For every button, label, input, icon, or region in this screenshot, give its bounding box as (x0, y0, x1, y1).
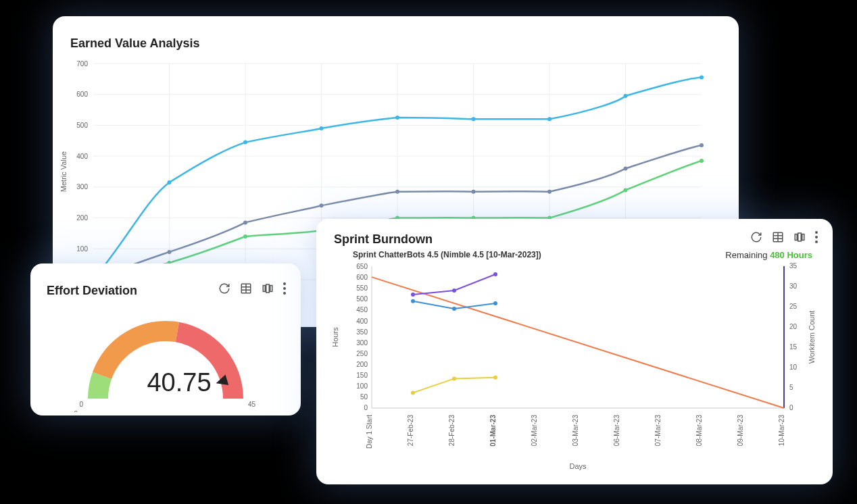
svg-text:550: 550 (356, 284, 368, 292)
svg-point-26 (320, 126, 324, 130)
svg-text:400: 400 (356, 318, 368, 325)
svg-point-93 (452, 376, 456, 380)
svg-text:700: 700 (76, 60, 88, 68)
effort-deviation-value: 40.75 (139, 368, 220, 397)
svg-text:400: 400 (76, 153, 88, 160)
svg-text:35: 35 (789, 262, 798, 270)
more-icon[interactable] (815, 231, 818, 243)
ev-y-label: Metric Value (59, 151, 68, 192)
sb-x-label: Days (569, 462, 587, 470)
sprint-burndown-title: Sprint Burndown (334, 232, 433, 247)
earned-value-title: Earned Value Analysis (70, 36, 199, 51)
svg-text:500: 500 (76, 122, 88, 129)
svg-point-27 (395, 116, 399, 120)
svg-point-31 (700, 76, 704, 80)
sprint-burndown-subtitle: Sprint ChatterBots 4.5 (Nimble 4.5 [10-M… (353, 250, 541, 259)
svg-point-96 (452, 288, 456, 293)
svg-rect-61 (795, 234, 797, 241)
svg-point-43 (243, 234, 247, 238)
sprint-burndown-card: Sprint Burndown Sprint ChatterBots 4.5 (… (316, 219, 833, 484)
layout-icon[interactable] (793, 231, 806, 243)
svg-text:300: 300 (356, 339, 368, 347)
svg-point-38 (547, 190, 552, 194)
effort-deviation-toolbar (218, 282, 286, 295)
svg-point-91 (493, 301, 497, 305)
svg-point-97 (493, 272, 497, 276)
svg-text:600: 600 (356, 274, 368, 281)
effort-deviation-card: Effort Deviation 0 2 45 40.75 (30, 263, 301, 415)
table-icon[interactable] (240, 282, 252, 295)
more-icon[interactable] (283, 282, 286, 295)
sb-y2-label: Workitem Count (808, 311, 816, 364)
svg-text:5: 5 (789, 384, 793, 391)
svg-point-94 (493, 376, 497, 380)
svg-point-90 (452, 307, 456, 311)
svg-rect-62 (798, 233, 802, 241)
svg-point-37 (472, 190, 476, 194)
svg-point-30 (624, 94, 628, 98)
sb-x-tick: 03-Mar-23 (572, 415, 579, 447)
svg-text:200: 200 (356, 361, 368, 368)
svg-text:15: 15 (789, 343, 798, 351)
gauge-scale-under: 2 (74, 410, 78, 412)
refresh-icon[interactable] (218, 282, 230, 295)
svg-point-29 (547, 117, 552, 121)
svg-text:600: 600 (76, 91, 88, 98)
sb-x-tick: Day 1 Start (366, 415, 373, 449)
svg-point-89 (411, 299, 415, 303)
sb-x-tick: 09-Mar-23 (737, 415, 744, 447)
svg-text:650: 650 (356, 263, 368, 270)
svg-rect-55 (266, 284, 270, 293)
svg-point-36 (395, 190, 399, 194)
svg-point-95 (411, 293, 415, 297)
sb-series-ideal (372, 277, 784, 408)
svg-text:500: 500 (356, 295, 368, 303)
svg-rect-56 (270, 286, 272, 292)
gauge-min: 0 (79, 401, 83, 408)
svg-text:0: 0 (364, 404, 368, 411)
svg-point-33 (168, 250, 172, 254)
sprint-burndown-chart: 0 50 100 150 200 250 300 350 400 450 500… (316, 261, 833, 484)
svg-rect-63 (802, 234, 804, 241)
svg-text:200: 200 (76, 214, 88, 222)
sb-x-tick: 28-Feb-23 (448, 415, 456, 447)
effort-deviation-title: Effort Deviation (47, 284, 137, 298)
sb-x-tick: 10-Mar-23 (778, 415, 785, 447)
sb-x-tick: 08-Mar-23 (695, 415, 703, 447)
svg-point-24 (168, 180, 172, 184)
svg-text:25: 25 (789, 303, 798, 310)
svg-point-28 (472, 117, 476, 121)
svg-text:150: 150 (356, 372, 368, 379)
sb-x-tick: 07-Mar-23 (654, 415, 662, 447)
svg-point-40 (700, 143, 704, 147)
sprint-burndown-remaining: Remaining 480 Hours (725, 250, 812, 260)
gauge-max: 45 (248, 401, 256, 408)
sb-y-label: Hours (331, 327, 339, 347)
sb-y-axis: 0 50 100 150 200 250 300 350 400 450 500… (356, 263, 368, 411)
remaining-hours: 480 Hours (770, 250, 812, 260)
sb-y2-axis: 0 5 10 15 20 25 30 35 (789, 262, 798, 411)
svg-text:100: 100 (356, 382, 368, 390)
sb-x-tick: 06-Mar-23 (613, 415, 620, 447)
svg-point-48 (624, 188, 628, 192)
svg-point-92 (411, 390, 415, 395)
sb-x-tick: 27-Feb-23 (407, 415, 414, 447)
svg-text:450: 450 (356, 306, 368, 313)
table-icon[interactable] (772, 231, 784, 243)
svg-text:100: 100 (76, 245, 88, 253)
svg-point-35 (320, 203, 324, 207)
remaining-label: Remaining (725, 250, 770, 260)
svg-point-49 (700, 159, 704, 163)
svg-text:0: 0 (789, 404, 793, 411)
svg-text:300: 300 (76, 183, 88, 191)
svg-text:30: 30 (789, 282, 798, 290)
svg-text:10: 10 (789, 363, 798, 371)
layout-icon[interactable] (262, 282, 274, 295)
svg-point-25 (243, 141, 247, 145)
refresh-icon[interactable] (750, 231, 762, 243)
sb-x-axis: Day 1 Start27-Feb-2328-Feb-2301-Mar-2302… (366, 415, 785, 449)
sb-x-tick: 01-Mar-23 (489, 415, 497, 447)
svg-rect-54 (263, 286, 265, 292)
svg-text:50: 50 (360, 393, 368, 401)
sb-x-tick: 02-Mar-23 (531, 415, 538, 447)
